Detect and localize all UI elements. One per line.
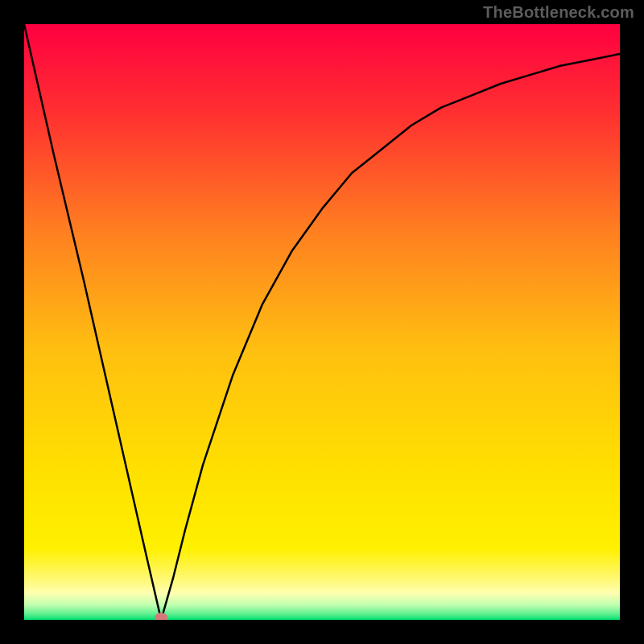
attribution-text: TheBottleneck.com	[483, 3, 634, 22]
chart-frame: TheBottleneck.com	[0, 0, 644, 644]
plot-area	[24, 24, 620, 620]
svg-point-1	[155, 613, 167, 620]
minimum-marker	[24, 24, 620, 620]
